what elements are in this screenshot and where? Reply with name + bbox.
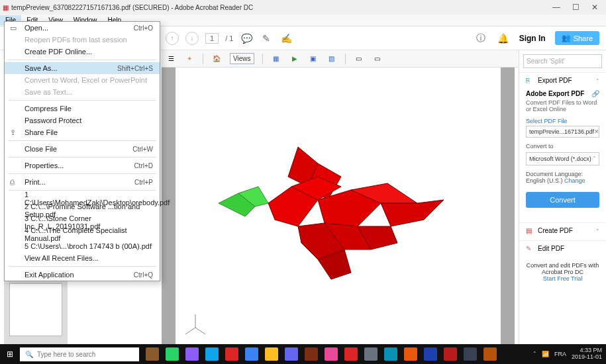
axis-gizmo <box>182 311 209 338</box>
comment-icon[interactable]: 💬 <box>240 32 253 45</box>
cube-icon[interactable]: ▦ <box>271 54 281 64</box>
taskbar-app-7[interactable] <box>285 347 298 361</box>
tray-wifi-icon[interactable]: 📶 <box>542 351 549 357</box>
start-trial-link[interactable]: Start Free Trial <box>543 275 583 282</box>
convert-button[interactable]: Convert <box>526 192 599 208</box>
menu-properties[interactable]: Properties... Ctrl+D <box>5 159 160 171</box>
sign-icon[interactable]: ✍ <box>279 32 293 45</box>
menu-exit-shortcut: Ctrl+Q <box>134 271 153 279</box>
maximize-button[interactable]: ☐ <box>572 3 580 12</box>
remove-file-button[interactable]: ✕ <box>594 128 599 135</box>
taskbar-app-6[interactable] <box>265 347 278 361</box>
sign-in-button[interactable]: Sign In <box>519 34 546 43</box>
selected-file-chip[interactable]: tempPrevie...167136.pdf ✕ <box>526 126 599 138</box>
taskbar-app-13[interactable] <box>404 347 417 361</box>
page-up-button[interactable]: ↑ <box>166 32 179 45</box>
menu-close-label: Close File <box>25 145 57 153</box>
grid2-icon[interactable]: ▭ <box>372 54 383 64</box>
menu-saveas-label: Save As... <box>25 64 58 72</box>
menu-open[interactable]: ▭ Open... Ctrl+O <box>5 22 160 34</box>
views-dropdown[interactable]: Views <box>230 53 254 64</box>
export-subtitle: Convert PDF Files to Word or Excel Onlin… <box>526 99 599 113</box>
tool-icon[interactable]: ✦ <box>184 54 195 64</box>
taskbar-app-11[interactable] <box>364 347 378 361</box>
menu-create-label: Create PDF Online... <box>25 48 92 56</box>
layers-icon[interactable]: ☰ <box>166 54 176 64</box>
share-button[interactable]: 👥 Share <box>555 31 599 45</box>
box2-icon[interactable]: ▧ <box>327 54 337 64</box>
window-title: tempPreview_637082227157167136.pdf (SECU… <box>11 4 552 11</box>
taskbar-app-5[interactable] <box>245 347 258 361</box>
menu-reopen-label: Reopen PDFs from last session <box>25 36 127 44</box>
search-tools-input[interactable]: Search 'Split' <box>523 54 602 68</box>
menu-create-online[interactable]: Create PDF Online... <box>5 46 160 58</box>
highlight-icon[interactable]: ✎ <box>260 32 273 45</box>
grid-icon[interactable]: ▭ <box>354 54 364 64</box>
menu-save-text: Save as Text... <box>5 86 160 98</box>
menu-password[interactable]: Password Protect <box>5 114 160 126</box>
page-current-input[interactable]: 1 <box>205 33 219 44</box>
chevron-down-icon: ˅ <box>596 228 599 235</box>
create-icon: ▤ <box>526 227 535 236</box>
menu-recent-5[interactable]: 5 C:\Users\...\broch 174743 b (00A).pdf <box>5 240 160 252</box>
convert-format-select[interactable]: Microsoft Word (*.docx) ˅ <box>526 152 599 165</box>
minimize-button[interactable]: — <box>552 3 560 12</box>
tray-lang[interactable]: FRA <box>554 351 566 357</box>
taskbar-app-10[interactable] <box>344 347 358 361</box>
taskbar-app-3[interactable] <box>205 347 219 361</box>
box-icon[interactable]: ▣ <box>308 54 319 64</box>
create-pdf-label: Create PDF <box>538 227 573 234</box>
edit-pdf-header[interactable]: ✎Edit PDF <box>519 240 606 258</box>
menu-share-file[interactable]: ⇪ Share File <box>5 126 160 138</box>
taskbar-app-4[interactable] <box>225 347 238 361</box>
menu-props-label: Properties... <box>25 161 64 169</box>
share-label: Share <box>574 34 593 42</box>
taskbar-app-9[interactable] <box>325 347 338 361</box>
page-down-button[interactable]: ↓ <box>185 32 199 45</box>
edit-pdf-label: Edit PDF <box>538 245 564 252</box>
taskbar-app-0[interactable] <box>146 347 159 361</box>
taskbar-app-16[interactable] <box>464 347 477 361</box>
taskbar-app-12[interactable] <box>384 347 397 361</box>
taskbar-app-8[interactable] <box>305 347 318 361</box>
menu-open-label: Open... <box>25 24 48 32</box>
bell-icon[interactable]: 🔔 <box>497 32 510 45</box>
title-bar: ▦ tempPreview_637082227157167136.pdf (SE… <box>0 0 606 15</box>
taskbar-app-17[interactable] <box>483 347 497 361</box>
search-icon: 🔍 <box>25 351 33 358</box>
page-thumbnail[interactable] <box>9 283 62 336</box>
pdf-icon: ▦ <box>3 4 9 11</box>
taskbar-app-1[interactable] <box>166 347 179 361</box>
menu-save-as[interactable]: Save As... Shift+Ctrl+S <box>5 62 160 74</box>
taskbar-app-15[interactable] <box>444 347 457 361</box>
document-viewport[interactable] <box>162 68 515 344</box>
play-icon[interactable]: ▶ <box>289 54 300 64</box>
menu-recent-4[interactable]: 4 C:\...\The Complete Specialist Manual.… <box>5 228 160 240</box>
start-button[interactable]: ⊞ <box>0 349 20 359</box>
svg-marker-8 <box>381 200 444 226</box>
taskbar-search-input[interactable]: 🔍 Type here to search <box>20 347 139 361</box>
menu-close-file[interactable]: Close File Ctrl+W <box>5 143 160 155</box>
link-icon[interactable]: 🔗 <box>591 90 599 97</box>
taskbar-app-14[interactable] <box>424 347 437 361</box>
print-icon: ⎙ <box>10 178 19 186</box>
menu-compress[interactable]: Compress File <box>5 103 160 114</box>
tools-sidebar: Search 'Split' ⎘Export PDF ˄ Adobe Expor… <box>519 50 606 344</box>
menu-view-all-recent[interactable]: View All Recent Files... <box>5 252 160 264</box>
help-icon[interactable]: ⓘ <box>474 32 487 45</box>
export-pdf-header[interactable]: ⎘Export PDF ˄ <box>519 72 606 90</box>
menu-exit[interactable]: Exit Application Ctrl+Q <box>5 269 160 281</box>
change-language-link[interactable]: Change <box>564 177 585 184</box>
menu-convert-label: Convert to Word, Excel or PowerPoint <box>25 76 147 84</box>
tray-chevron-icon[interactable]: ˄ <box>533 351 536 357</box>
menu-print[interactable]: ⎙ Print... Ctrl+P <box>5 176 160 188</box>
file-menu-dropdown: ▭ Open... Ctrl+O Reopen PDFs from last s… <box>4 21 160 281</box>
close-button[interactable]: ✕ <box>591 3 598 12</box>
system-tray[interactable]: ˄ 📶 FRA 4:33 PM 2019-11-01 <box>533 347 606 361</box>
pdf-page <box>176 68 500 344</box>
export-pdf-label: Export PDF <box>538 77 572 84</box>
edit-icon: ✎ <box>526 245 535 254</box>
create-pdf-header[interactable]: ▤Create PDF ˅ <box>519 222 606 240</box>
home-icon[interactable]: 🏠 <box>211 54 222 64</box>
taskbar-app-2[interactable] <box>185 347 199 361</box>
